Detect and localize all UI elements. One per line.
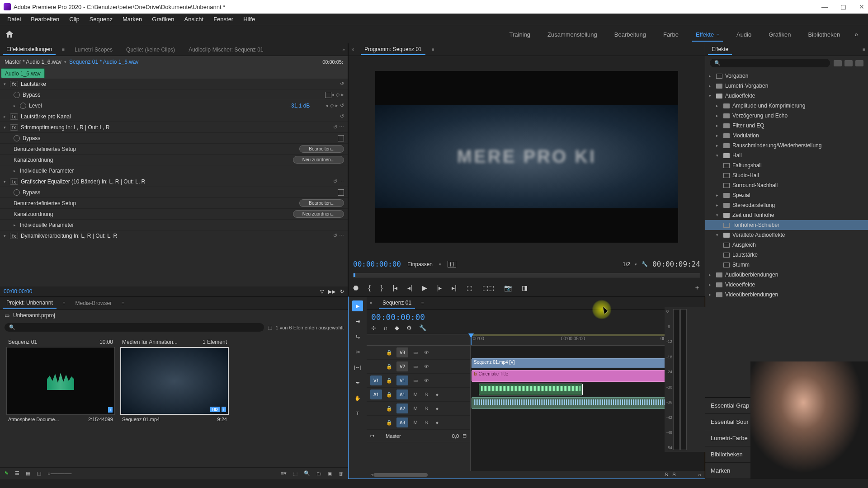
panel-menu-icon[interactable]: ≡ bbox=[432, 47, 434, 52]
neuzuordnen-button[interactable]: Neu zuordnen... bbox=[293, 210, 344, 218]
compare-icon[interactable]: ◨ bbox=[522, 284, 528, 291]
effects-audio-transitions[interactable]: Audioüberblendungen bbox=[725, 272, 778, 278]
export-frame-icon[interactable]: 📷 bbox=[504, 284, 512, 291]
bypass-checkbox[interactable] bbox=[325, 92, 331, 98]
stopwatch-icon[interactable] bbox=[14, 135, 20, 141]
twirl-icon[interactable]: ▾ bbox=[716, 233, 721, 237]
neuzuordnen-button[interactable]: Neu zuordnen... bbox=[293, 156, 344, 164]
maximize-icon[interactable]: ▢ bbox=[840, 3, 846, 10]
effect-stumm[interactable]: Stumm bbox=[732, 262, 750, 268]
twirl-icon[interactable]: ▾ bbox=[4, 82, 10, 86]
track-target-v1[interactable]: V1 bbox=[396, 375, 408, 385]
workspace-overflow-icon[interactable]: » bbox=[849, 28, 863, 41]
trash-icon[interactable]: 🗑 bbox=[339, 471, 344, 476]
wrench-icon[interactable]: 🔧 bbox=[642, 261, 648, 267]
effects-modulation[interactable]: Modulation bbox=[732, 132, 759, 139]
twirl-icon[interactable]: ▸ bbox=[709, 74, 713, 78]
clip-name[interactable]: Sequenz 01.mp4 bbox=[122, 417, 160, 422]
wrench-icon[interactable]: 🔧 bbox=[419, 324, 426, 331]
menu-clip[interactable]: Clip bbox=[65, 14, 84, 24]
track-target-v2[interactable]: V2 bbox=[396, 361, 408, 371]
twirl-icon[interactable]: ▸ bbox=[14, 223, 20, 227]
effects-spezial[interactable]: Spezial bbox=[732, 192, 750, 198]
effect-pitch-shifter[interactable]: Tonhöhen-Schieber bbox=[732, 222, 779, 228]
effects-zeit[interactable]: Zeit und Tonhöhe bbox=[732, 212, 774, 218]
new-item-icon[interactable]: ▣ bbox=[328, 470, 332, 476]
chevron-down-icon[interactable]: ▾ bbox=[64, 60, 66, 64]
effects-tab[interactable]: Effekte bbox=[708, 44, 732, 55]
safe-margins-icon[interactable]: { } bbox=[448, 261, 456, 267]
clip-thumbnail[interactable]: HDi bbox=[120, 347, 229, 415]
workspace-farbe[interactable]: Farbe bbox=[655, 28, 687, 41]
list-view-icon[interactable]: ☰ bbox=[15, 470, 19, 476]
param-individuell[interactable]: Individuelle Parameter bbox=[20, 168, 344, 174]
effect-surround[interactable]: Surround-Nachhall bbox=[732, 182, 778, 188]
panel-menu-icon[interactable]: ≡ bbox=[421, 300, 424, 305]
filter-icon[interactable]: ▽ bbox=[320, 289, 324, 295]
play-button-icon[interactable]: ▶ bbox=[422, 284, 427, 291]
clip-thumbnail[interactable]: i bbox=[6, 347, 115, 415]
in-point-icon[interactable]: { bbox=[368, 284, 371, 291]
project-search-input[interactable]: 🔍 bbox=[5, 323, 264, 332]
program-tab[interactable]: Programm: Sequenz 01 bbox=[361, 44, 425, 55]
extract-icon[interactable]: ⬚⬚ bbox=[482, 284, 494, 291]
loop-icon[interactable]: ↻ bbox=[340, 289, 344, 295]
prev-keyframe-icon[interactable]: ◂ bbox=[331, 92, 334, 98]
hand-tool-icon[interactable]: ✋ bbox=[352, 393, 363, 404]
close-tab-icon[interactable]: × bbox=[369, 300, 373, 306]
effect-equalizer[interactable]: Grafischer Equalizer (10 Bänder) In: L, … bbox=[21, 178, 333, 185]
tab-audioclip-mischer[interactable]: Audioclip-Mischer: Sequenz 01 bbox=[185, 45, 267, 55]
timeline-h-scrollbar[interactable] bbox=[373, 473, 428, 477]
panel-menu-icon[interactable]: ≡ bbox=[863, 47, 865, 52]
effect-faltungshall[interactable]: Faltungshall bbox=[732, 162, 762, 169]
twirl-icon[interactable]: ▾ bbox=[709, 94, 713, 98]
effects-audioeffekte[interactable]: Audioeffekte bbox=[725, 93, 755, 99]
solo-icon[interactable]: S bbox=[423, 392, 430, 397]
bypass-checkbox[interactable] bbox=[338, 135, 344, 141]
tab-quelle[interactable]: Quelle: (keine Clips) bbox=[123, 45, 179, 55]
new-bin-icon[interactable]: 🗀 bbox=[316, 471, 321, 476]
solo-label[interactable]: S bbox=[665, 472, 668, 477]
menu-hilfe[interactable]: Hilfe bbox=[239, 14, 259, 24]
media-browser-tab[interactable]: Media-Browser bbox=[72, 298, 116, 308]
menu-fenster[interactable]: Fenster bbox=[209, 14, 238, 24]
menu-grafiken[interactable]: Grafiken bbox=[147, 14, 179, 24]
master-value[interactable]: 0,0 bbox=[452, 433, 459, 439]
bin-icon[interactable]: ⬚ bbox=[268, 324, 272, 330]
slip-tool-icon[interactable]: |↔| bbox=[352, 362, 363, 373]
reset-icon[interactable]: ↺ bbox=[340, 113, 344, 119]
effects-stereo[interactable]: Stereodarstellung bbox=[732, 202, 775, 208]
track-target-a2[interactable]: A2 bbox=[396, 404, 408, 413]
eye-icon[interactable]: 👁 bbox=[423, 350, 430, 355]
panel-menu-icon[interactable]: ≡ bbox=[62, 47, 65, 52]
effects-veraltet[interactable]: Veraltete Audioeffekte bbox=[732, 232, 785, 238]
chevron-down-icon[interactable]: ▾ bbox=[635, 262, 637, 267]
effect-lautstaerke[interactable]: Lautstärke bbox=[21, 81, 340, 87]
fx-badge-icon[interactable]: fx bbox=[10, 178, 18, 185]
program-timecode[interactable]: 00:00:00:00 bbox=[353, 260, 401, 268]
timeline-timecode[interactable]: 00:00:00:00 bbox=[371, 312, 700, 322]
32bit-badge-icon[interactable] bbox=[844, 60, 853, 66]
track-target-a3[interactable]: A3 bbox=[396, 418, 408, 427]
twirl-icon[interactable]: ▾ bbox=[4, 234, 10, 238]
add-keyframe-icon[interactable]: ◇ bbox=[336, 92, 340, 98]
tab-effekteinstellungen[interactable]: Effekteinstellungen bbox=[3, 44, 56, 55]
workspace-menu-icon[interactable]: ≡ bbox=[717, 33, 719, 38]
track-select-tool-icon[interactable]: ⇥ bbox=[352, 316, 363, 327]
ripple-edit-tool-icon[interactable]: ⇆ bbox=[352, 331, 363, 342]
program-timeline-scrubber[interactable] bbox=[353, 273, 700, 277]
fx-badge-icon[interactable]: fx bbox=[10, 81, 18, 87]
resolution-select[interactable]: 1/2 bbox=[623, 261, 630, 267]
timeline-clip-audio-a1[interactable] bbox=[479, 384, 583, 395]
marker-icon[interactable]: ◆ bbox=[395, 324, 399, 331]
effects-vorgaben[interactable]: Vorgaben bbox=[725, 73, 748, 79]
tabs-overflow-icon[interactable]: » bbox=[342, 47, 345, 52]
go-to-out-icon[interactable]: ▸| bbox=[452, 284, 457, 291]
chevron-down-icon[interactable]: ▾ bbox=[439, 262, 441, 267]
settings-icon[interactable]: ⚙ bbox=[406, 324, 412, 331]
write-icon[interactable]: ✎ bbox=[5, 470, 9, 476]
play-only-icon[interactable]: ▶▶ bbox=[328, 289, 335, 295]
effects-video[interactable]: Videoeffekte bbox=[725, 282, 755, 288]
twirl-icon[interactable]: ▾ bbox=[716, 213, 721, 217]
close-icon[interactable]: ✕ bbox=[859, 3, 864, 10]
